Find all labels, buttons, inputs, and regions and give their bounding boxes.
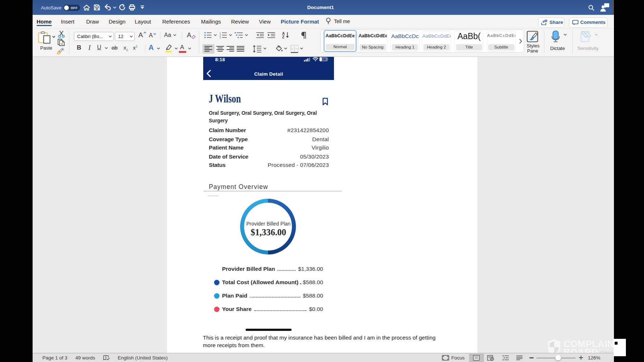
svg-text:3: 3 [219, 36, 221, 39]
svg-text:Z: Z [282, 35, 284, 39]
svg-text:26: 26 [322, 57, 326, 61]
